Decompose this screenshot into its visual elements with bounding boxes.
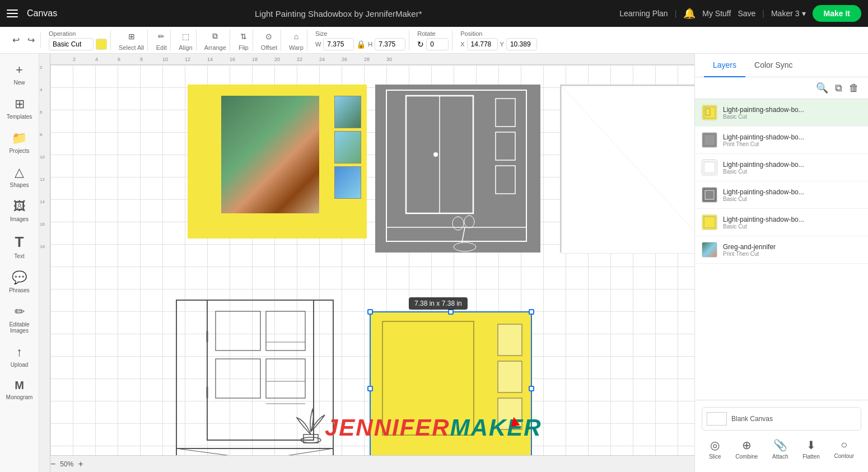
shadowbox-white-right[interactable] xyxy=(560,85,694,253)
redo-button[interactable]: ↪ xyxy=(25,32,37,48)
chevron-down-icon: ▾ xyxy=(802,9,806,18)
upload-icon: ↑ xyxy=(16,345,22,359)
svg-point-3 xyxy=(433,152,438,157)
shadowbox-yellow-1[interactable] xyxy=(188,85,367,239)
contour-button[interactable]: ○ Contour xyxy=(830,435,859,463)
sidebar-item-label-new: New xyxy=(13,80,25,86)
y-position-input[interactable] xyxy=(506,38,537,50)
sidebar-item-new[interactable]: + New xyxy=(2,58,38,90)
flip-button[interactable]: ⇅ xyxy=(238,30,249,43)
shapes-icon: △ xyxy=(15,165,24,180)
photo-container xyxy=(221,96,319,213)
layer-type-2: Print Then Cut xyxy=(723,141,861,147)
sidebar-item-shapes[interactable]: △ Shapes xyxy=(2,161,38,193)
layer-item-6[interactable]: Greg-and-jennifer Print Then Cut xyxy=(695,236,868,264)
learning-plan[interactable]: Learning Plan xyxy=(619,9,668,18)
layer-search-button[interactable]: 🔍 xyxy=(816,82,828,94)
attach-label: Attach xyxy=(772,454,788,460)
warp-button[interactable]: ⌂ xyxy=(292,30,301,43)
undo-redo-group: ↩ ↪ xyxy=(7,32,41,48)
height-input[interactable] xyxy=(375,38,405,50)
align-button[interactable]: ⬚ xyxy=(180,30,192,43)
layer-delete-button[interactable]: 🗑 xyxy=(849,82,859,94)
layer-item-1[interactable]: Light-painting-shadow-bo... Basic Cut xyxy=(695,99,868,127)
layer-duplicate-button[interactable]: ⧉ xyxy=(835,82,842,94)
selection-handle-tr[interactable] xyxy=(529,309,534,315)
images-icon: 🖼 xyxy=(13,199,26,214)
align-group: ⬚ Align xyxy=(175,30,196,51)
machine-selector[interactable]: Maker 3 ▾ xyxy=(771,9,806,18)
select-all-button[interactable]: ⊞ xyxy=(126,30,137,43)
layer-item-2[interactable]: Light-painting-shadow-bo... Print Then C… xyxy=(695,127,868,154)
svg-rect-36 xyxy=(704,217,715,228)
sidebar-item-projects[interactable]: 📁 Projects xyxy=(2,127,38,158)
x-position-input[interactable] xyxy=(467,38,498,50)
tab-layers[interactable]: Layers xyxy=(704,54,745,77)
sidebar-item-label-images: Images xyxy=(10,216,29,222)
tab-color-sync[interactable]: Color Sync xyxy=(745,54,801,77)
sidebar-item-label-shapes: Shapes xyxy=(10,182,29,188)
arrange-button[interactable]: ⧉ xyxy=(210,29,220,43)
right-panel-actions: 🔍 ⧉ 🗑 xyxy=(695,77,868,99)
flatten-button[interactable]: ⬇ Flatten xyxy=(798,435,824,463)
offset-button[interactable]: ⊙ xyxy=(263,30,274,43)
sb2-rect-2 xyxy=(497,361,522,393)
selection-handle-rm[interactable] xyxy=(529,386,534,391)
layer-item-4[interactable]: Light-painting-shadow-bo... Basic Cut xyxy=(695,181,868,209)
svg-rect-33 xyxy=(704,162,715,173)
attach-button[interactable]: 📎 Attach xyxy=(768,435,792,463)
combine-button[interactable]: ⊕ Combine xyxy=(731,435,762,463)
slice-icon: ◎ xyxy=(710,438,720,452)
canvas-workspace[interactable]: 7.38 in x 7.38 in JENNIFERMAKER ▲ xyxy=(50,65,694,455)
selection-handle-tm[interactable] xyxy=(448,309,454,315)
rotate-input[interactable] xyxy=(426,38,449,50)
svg-point-11 xyxy=(464,216,474,228)
layer-thumb-icon-5 xyxy=(703,216,716,229)
save-link[interactable]: Save xyxy=(738,9,755,18)
layer-info-3: Light-painting-shadow-bo... Basic Cut xyxy=(723,161,861,175)
make-it-button[interactable]: Make It xyxy=(813,5,861,22)
zoom-in-button[interactable]: + xyxy=(78,459,83,469)
sidebar-item-images[interactable]: 🖼 Images xyxy=(2,195,38,227)
small-photo-1 xyxy=(334,96,361,128)
edit-group: ✏ Edit xyxy=(152,30,171,51)
zoom-out-button[interactable]: − xyxy=(50,459,55,469)
sidebar-item-text[interactable]: T Text xyxy=(2,229,38,264)
width-input[interactable] xyxy=(323,38,354,50)
small-photo-2 xyxy=(334,131,361,163)
sidebar-item-label-phrases: Phrases xyxy=(9,287,30,293)
zoom-bar: − 50% + xyxy=(39,455,694,472)
edit-button[interactable]: ✏ xyxy=(156,30,167,43)
menu-button[interactable] xyxy=(7,10,18,17)
svg-point-10 xyxy=(452,217,464,230)
selection-handle-tl[interactable] xyxy=(367,309,373,315)
layer-item-3[interactable]: Light-painting-shadow-bo... Basic Cut xyxy=(695,154,868,181)
sidebar-item-label-projects: Projects xyxy=(9,148,29,154)
shadowbox-gray[interactable] xyxy=(375,85,540,253)
blank-canvas-button[interactable]: Blank Canvas xyxy=(702,407,861,431)
small-photo-3 xyxy=(334,166,361,199)
sidebar-item-monogram[interactable]: M Monogram xyxy=(2,375,38,405)
undo-button[interactable]: ↩ xyxy=(10,32,22,48)
maker-text: MAKER xyxy=(450,414,542,441)
door-outline[interactable] xyxy=(174,297,347,455)
svg-line-9 xyxy=(462,227,465,242)
sidebar-item-templates[interactable]: ⊞ Templates xyxy=(2,92,38,124)
slice-button[interactable]: ◎ Slice xyxy=(704,435,726,463)
sidebar-item-upload[interactable]: ↑ Upload xyxy=(2,340,38,372)
lock-icon[interactable]: 🔒 xyxy=(356,40,366,49)
svg-rect-5 xyxy=(496,99,515,127)
small-photos xyxy=(334,96,361,199)
canvas-area[interactable]: 2 4 6 8 10 12 14 16 18 20 22 24 26 28 30… xyxy=(39,54,694,472)
operation-group: Operation Basic Cut xyxy=(45,30,111,50)
my-stuff-link[interactable]: My Stuff xyxy=(702,9,731,18)
bell-icon[interactable]: 🔔 xyxy=(683,7,696,20)
operation-select[interactable]: Basic Cut xyxy=(49,38,94,50)
sidebar-item-editable-images[interactable]: ✏ Editable Images xyxy=(2,300,38,338)
svg-line-24 xyxy=(260,448,333,455)
layer-item-5[interactable]: Light-painting-shadow-bo... Basic Cut xyxy=(695,209,868,236)
selection-handle-lm[interactable] xyxy=(367,386,373,391)
operation-color-swatch[interactable] xyxy=(96,39,107,50)
sidebar-item-phrases[interactable]: 💬 Phrases xyxy=(2,266,38,298)
photo-image xyxy=(221,96,319,213)
